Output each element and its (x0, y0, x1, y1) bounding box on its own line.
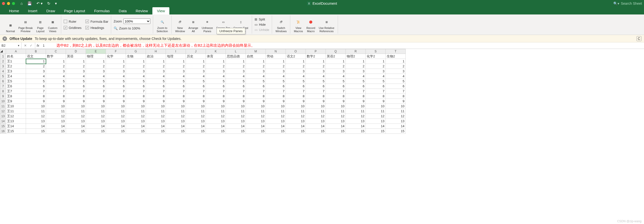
cell[interactable]: 1 (266, 59, 286, 64)
column-header-N[interactable]: N (266, 49, 286, 54)
cell[interactable]: 王10 (6, 104, 26, 109)
cell[interactable]: 8 (226, 94, 246, 99)
cell[interactable]: 8 (186, 94, 206, 99)
cell[interactable]: 14 (266, 124, 286, 129)
cell[interactable]: 劳动 (266, 54, 286, 59)
new-button[interactable]: 🗗New Window (174, 16, 186, 34)
cell[interactable]: 10 (86, 104, 106, 109)
cell[interactable]: 10 (266, 104, 286, 109)
cell[interactable]: 王7 (6, 89, 26, 94)
cell[interactable]: 4 (66, 74, 86, 79)
cell[interactable]: 8 (386, 94, 406, 99)
cell[interactable]: 王1 (6, 59, 26, 64)
cell[interactable]: 13 (46, 119, 66, 124)
cell[interactable]: 14 (86, 124, 106, 129)
cell[interactable]: 15 (186, 129, 206, 134)
cell[interactable]: 11 (66, 109, 86, 114)
cell[interactable]: 6 (66, 84, 86, 89)
cell[interactable]: 9 (306, 99, 326, 104)
cell[interactable]: 14 (66, 124, 86, 129)
cell[interactable]: 3 (326, 69, 346, 74)
cell[interactable]: 10 (26, 104, 46, 109)
cell[interactable]: 5 (66, 79, 86, 84)
cell[interactable]: 王13 (6, 119, 26, 124)
cell[interactable]: 13 (306, 119, 326, 124)
spreadsheet-grid[interactable]: ◢ 12345678910111213141516 ABCDEFGHIJKLMN… (0, 49, 644, 134)
cell[interactable]: 5 (366, 79, 386, 84)
cell[interactable]: 13 (326, 119, 346, 124)
cell[interactable]: 10 (46, 104, 66, 109)
cell[interactable]: 2 (306, 64, 326, 69)
cell[interactable]: 4 (246, 74, 266, 79)
name-box-dropdown-icon[interactable]: ▼ (18, 44, 20, 47)
column-header-M[interactable]: M (246, 49, 266, 54)
undo-icon[interactable]: ↶ ▾ (36, 1, 43, 6)
cell[interactable]: 7 (106, 89, 126, 94)
cell[interactable]: 11 (386, 109, 406, 114)
cell[interactable]: 2 (126, 64, 146, 69)
cell[interactable]: 12 (366, 114, 386, 119)
tab-data[interactable]: Data (114, 7, 131, 14)
cell[interactable]: 15 (346, 129, 366, 134)
cell[interactable]: 7 (286, 89, 306, 94)
cell[interactable]: 15 (326, 129, 346, 134)
cell[interactable]: 14 (146, 124, 166, 129)
cell[interactable]: 3 (106, 69, 126, 74)
cell[interactable]: 13 (86, 119, 106, 124)
cell[interactable]: 3 (46, 69, 66, 74)
tab-view[interactable]: View (152, 7, 169, 14)
cell[interactable]: 13 (366, 119, 386, 124)
cell[interactable]: 9 (286, 99, 306, 104)
cell[interactable]: 8 (166, 94, 186, 99)
hide-button[interactable]: ▭Hide (254, 22, 269, 27)
cell[interactable]: 1 (286, 59, 306, 64)
cell[interactable]: 5 (146, 79, 166, 84)
column-header-A[interactable]: A (6, 49, 26, 54)
zoom-select[interactable]: 100% (124, 18, 150, 24)
cell[interactable]: 化学2 (366, 54, 386, 59)
cell[interactable]: 15 (246, 129, 266, 134)
cell[interactable]: 英语2 (326, 54, 346, 59)
cell[interactable]: 13 (386, 119, 406, 124)
cell[interactable]: 15 (286, 129, 306, 134)
cell[interactable]: 7 (346, 89, 366, 94)
tab-draw[interactable]: Draw (42, 7, 60, 14)
cell[interactable]: 7 (66, 89, 86, 94)
row-header-10[interactable]: 10 (0, 99, 6, 104)
cell[interactable]: 王4 (6, 74, 26, 79)
tab-formulas[interactable]: Formulas (90, 7, 114, 14)
cell[interactable]: 12 (346, 114, 366, 119)
ruler-checkbox[interactable]: Ruler (64, 19, 82, 24)
cell[interactable]: 7 (86, 89, 106, 94)
cell[interactable]: 12 (266, 114, 286, 119)
column-header-K[interactable]: K (206, 49, 226, 54)
cell[interactable]: 3 (386, 69, 406, 74)
view-macros-button[interactable]: 📜View Macros (293, 16, 304, 34)
cell[interactable]: 12 (86, 114, 106, 119)
cell[interactable]: 2 (266, 64, 286, 69)
cell[interactable]: 4 (306, 74, 326, 79)
cell[interactable]: 10 (126, 104, 146, 109)
cell[interactable]: 15 (206, 129, 226, 134)
cell[interactable]: 1 (206, 59, 226, 64)
cell[interactable]: 5 (26, 79, 46, 84)
cell[interactable]: 化学 (106, 54, 126, 59)
cell[interactable]: 王6 (6, 84, 26, 89)
column-header-C[interactable]: C (46, 49, 66, 54)
unfreeze-button[interactable]: ❄Unfreeze Panes (200, 16, 214, 34)
cell[interactable]: 13 (206, 119, 226, 124)
column-header-G[interactable]: G (126, 49, 146, 54)
cell[interactable]: 6 (26, 84, 46, 89)
cell[interactable]: 3 (366, 69, 386, 74)
cell[interactable]: 7 (166, 89, 186, 94)
row-header-2[interactable]: 2 (0, 59, 6, 64)
cell[interactable]: 6 (226, 84, 246, 89)
cell[interactable]: 15 (126, 129, 146, 134)
cell[interactable]: 5 (386, 79, 406, 84)
cell[interactable]: 8 (306, 94, 326, 99)
cell[interactable]: 12 (106, 114, 126, 119)
cell[interactable]: 9 (266, 99, 286, 104)
formula-value[interactable]: 1 (41, 44, 46, 47)
cell[interactable]: 4 (386, 74, 406, 79)
cell[interactable]: 10 (326, 104, 346, 109)
